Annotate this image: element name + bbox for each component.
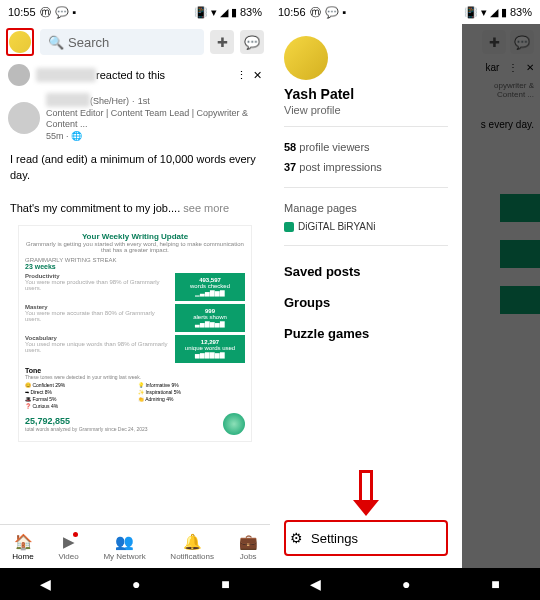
globe-icon <box>223 413 245 435</box>
status-icon: 💬 <box>55 6 69 19</box>
profile-avatar[interactable] <box>9 31 31 53</box>
annotation-arrow <box>353 470 379 520</box>
drawer-user-name: Yash Patel <box>284 86 448 102</box>
author-name-blurred <box>46 93 90 107</box>
vibrate-icon: 📳 <box>194 6 208 19</box>
manage-pages[interactable]: Manage pages <box>284 202 448 214</box>
report-title: Your Weekly Writing Update <box>25 232 245 241</box>
post-impressions[interactable]: 37 post impressions <box>284 161 448 173</box>
settings-label: Settings <box>311 531 358 546</box>
drawer-puzzle-games[interactable]: Puzzle games <box>284 326 448 341</box>
status-bar: 10:56 ⓜ💬▪ 📳▾◢▮ 83% <box>270 0 540 24</box>
nav-notifications[interactable]: 🔔Notifications <box>170 533 214 561</box>
status-time: 10:55 <box>8 6 36 18</box>
gear-icon: ⚙ <box>290 530 303 546</box>
page-icon <box>284 222 294 232</box>
more-icon[interactable]: ⋮ <box>236 69 247 82</box>
author-headline: Content Editor | Content Team Lead | Cop… <box>46 108 262 131</box>
signal-icon: ◢ <box>220 6 228 19</box>
reaction-row[interactable]: reacted to this ⋮ ✕ <box>0 60 270 90</box>
search-placeholder: Search <box>68 35 109 50</box>
post-line: That's my commitment to my job.... <box>10 202 180 214</box>
status-time: 10:56 <box>278 6 306 18</box>
video-icon: ▶ <box>63 533 75 551</box>
highlight-avatar <box>6 28 34 56</box>
screenshot-right: 10:56 ⓜ💬▪ 📳▾◢▮ 83% ✚ 💬 kar ⋮ ✕ opywriter… <box>270 0 540 600</box>
profile-drawer: Yash Patel View profile 58 profile viewe… <box>270 24 462 568</box>
network-icon: 👥 <box>115 533 134 551</box>
home-button[interactable]: ● <box>132 576 140 592</box>
status-icon: ⓜ <box>40 5 51 20</box>
see-more[interactable]: see more <box>183 202 229 214</box>
drawer-groups[interactable]: Groups <box>284 295 448 310</box>
drawer-avatar[interactable] <box>284 36 328 80</box>
nav-jobs[interactable]: 💼Jobs <box>239 533 258 561</box>
feed: reacted to this ⋮ ✕ (She/Her) · 1st Cont… <box>0 60 270 524</box>
post-image[interactable]: Your Weekly Writing Update Grammarly is … <box>18 225 252 442</box>
nav-home[interactable]: 🏠Home <box>12 533 33 561</box>
nav-video[interactable]: ▶Video <box>58 533 78 561</box>
reactor-name-blurred <box>36 68 96 82</box>
wifi-icon: ▾ <box>211 6 217 19</box>
status-bar: 10:55 ⓜ 💬 ▪ 📳 ▾ ◢ ▮ 83% <box>0 0 270 24</box>
drawer-scrim[interactable] <box>462 24 540 568</box>
battery-icon: ▮ <box>231 6 237 19</box>
search-input[interactable]: 🔍 Search <box>40 29 204 55</box>
nav-network[interactable]: 👥My Network <box>103 533 145 561</box>
top-bar: 🔍 Search ✚ 💬 <box>0 24 270 60</box>
reactor-avatar <box>8 64 30 86</box>
bell-icon: 🔔 <box>183 533 202 551</box>
post-body: I read (and edit) a minimum of 10,000 wo… <box>0 147 270 221</box>
profile-viewers[interactable]: 58 profile viewers <box>284 141 448 153</box>
recents-button[interactable]: ■ <box>491 576 499 592</box>
recents-button[interactable]: ■ <box>221 576 229 592</box>
drawer-settings[interactable]: ⚙ Settings <box>284 520 448 556</box>
author-avatar <box>8 102 40 134</box>
back-button[interactable]: ◀ <box>310 576 321 592</box>
page-link[interactable]: DiGiTAL BiRYANi <box>284 221 448 232</box>
android-nav: ◀ ● ■ <box>0 568 270 600</box>
compose-button[interactable]: ✚ <box>210 30 234 54</box>
android-nav: ◀ ● ■ <box>270 568 540 600</box>
report-subtitle: Grammarly is getting you started with ev… <box>25 241 245 253</box>
screenshot-left: 10:55 ⓜ 💬 ▪ 📳 ▾ ◢ ▮ 83% 🔍 Search ✚ 💬 <box>0 0 270 600</box>
home-button[interactable]: ● <box>402 576 410 592</box>
post-author-row[interactable]: (She/Her) · 1st Content Editor | Content… <box>0 90 270 147</box>
battery-pct: 83% <box>240 6 262 18</box>
status-icon: ▪ <box>73 6 77 18</box>
drawer-saved-posts[interactable]: Saved posts <box>284 264 448 279</box>
messages-button[interactable]: 💬 <box>240 30 264 54</box>
back-button[interactable]: ◀ <box>40 576 51 592</box>
jobs-icon: 💼 <box>239 533 258 551</box>
close-icon[interactable]: ✕ <box>253 69 262 82</box>
search-icon: 🔍 <box>48 35 64 50</box>
view-profile-link[interactable]: View profile <box>284 104 448 116</box>
home-icon: 🏠 <box>14 533 33 551</box>
post-line: I read (and edit) a minimum of 10,000 wo… <box>10 151 260 184</box>
reaction-suffix: reacted to this <box>96 69 165 81</box>
bottom-nav: 🏠Home ▶Video 👥My Network 🔔Notifications … <box>0 524 270 568</box>
